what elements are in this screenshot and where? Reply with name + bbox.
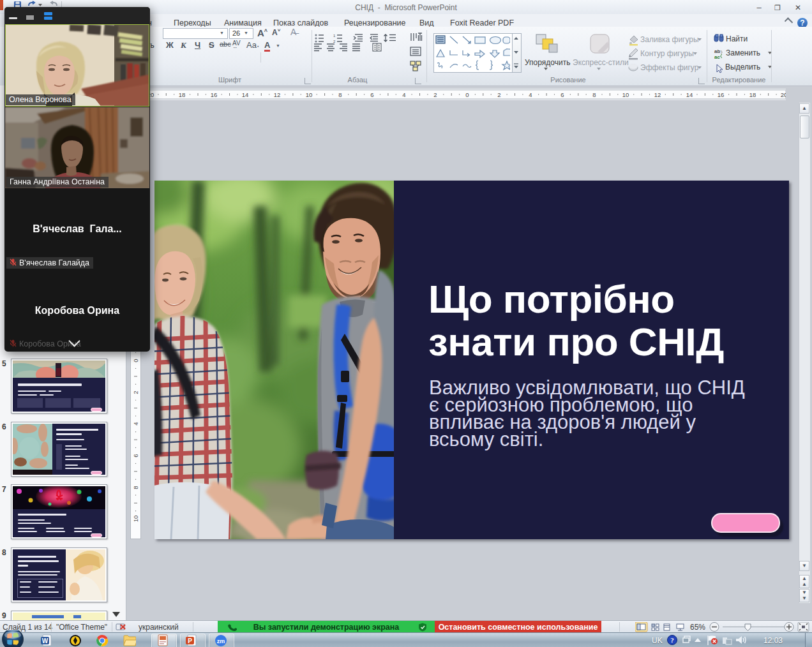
svg-text:2: 2: [433, 91, 437, 98]
svg-text:6: 6: [370, 91, 373, 98]
svg-text:8: 8: [592, 91, 596, 98]
svg-text:10: 10: [132, 516, 139, 523]
svg-text:P: P: [188, 637, 192, 644]
svg-text:10: 10: [622, 91, 629, 98]
svg-text:0: 0: [132, 359, 139, 362]
svg-text:20: 20: [781, 91, 786, 98]
svg-text:2: 2: [497, 91, 500, 98]
svg-text:4: 4: [132, 422, 139, 425]
svg-text:18: 18: [749, 91, 756, 98]
svg-text:1: 1: [333, 34, 336, 38]
svg-text:8: 8: [132, 486, 139, 489]
svg-text:16: 16: [211, 91, 218, 98]
svg-text:10: 10: [306, 91, 313, 98]
svg-text:2: 2: [132, 390, 139, 394]
svg-text:6: 6: [560, 91, 564, 98]
svg-text:18: 18: [179, 91, 186, 98]
svg-text:12: 12: [654, 91, 661, 98]
svg-text:W: W: [42, 637, 49, 644]
svg-text:zm: zm: [217, 638, 225, 644]
svg-text:4: 4: [402, 91, 405, 98]
svg-text:?: ?: [670, 636, 674, 644]
svg-text:ab: ab: [714, 48, 720, 54]
svg-text:4: 4: [529, 91, 532, 98]
svg-text:14: 14: [242, 91, 249, 98]
svg-text:8: 8: [338, 91, 342, 98]
svg-text:ac: ac: [714, 54, 720, 60]
svg-text:14: 14: [686, 91, 693, 98]
svg-text:16: 16: [718, 91, 725, 98]
svg-text:6: 6: [132, 454, 139, 457]
svg-text:12: 12: [274, 91, 281, 98]
svg-text:0: 0: [465, 91, 469, 98]
